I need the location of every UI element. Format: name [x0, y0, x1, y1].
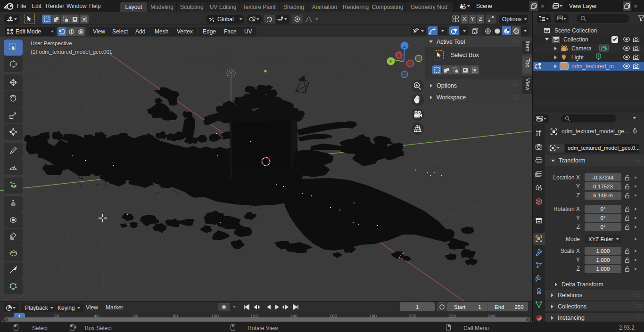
svg-text:Z: Z — [403, 43, 406, 49]
svg-text:X: X — [397, 53, 401, 58]
svg-text:Y: Y — [389, 59, 393, 64]
